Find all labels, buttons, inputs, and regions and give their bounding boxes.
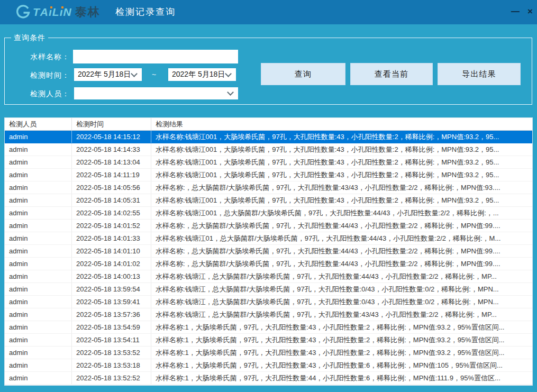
table-row[interactable]: admin 2022-05-18 14:11:19 水样名称:钱塘江001，大肠… <box>5 169 532 181</box>
close-button[interactable]: × <box>523 0 537 24</box>
cell-result: 水样名称:钱塘江001，大肠埃希氏菌，97孔，大孔阳性数量:43，小孔阳性数量:… <box>151 156 532 168</box>
chevron-down-icon <box>227 89 234 96</box>
table-row[interactable]: admin 2022-05-18 14:15:12 水样名称:钱塘江001，大肠… <box>5 131 532 143</box>
table-row[interactable]: admin 2022-05-18 13:54:59 水样名称:1，大肠埃希氏菌，… <box>5 321 532 334</box>
table-row[interactable]: admin 2022-05-18 14:14:33 水样名称:钱塘江001，大肠… <box>5 143 532 156</box>
table-row[interactable]: admin 2022-05-18 14:01:10 水样名称:，总大肠菌群/大肠… <box>5 245 532 258</box>
app-window: TAıLıN 泰林 检测记录查询 — × 查询条件 水样名称： 检测时间： 20… <box>0 0 537 392</box>
cell-person: admin <box>5 258 72 270</box>
table-row[interactable]: admin 2022-05-18 13:59:41 水样名称:钱塘江，总大肠菌群… <box>5 296 532 308</box>
cell-time: 2022-05-18 14:01:10 <box>72 245 151 257</box>
brand-name: TAıLıN <box>33 6 72 19</box>
cell-result: 水样名称:钱塘江001，大肠埃希氏菌，97孔，大孔阳性数量:43，小孔阳性数量:… <box>151 194 532 206</box>
cell-person: admin <box>5 245 72 257</box>
table-row[interactable]: admin 2022-05-18 14:01:33 水样名称:钱塘江01，总大肠… <box>5 232 532 245</box>
table-row[interactable]: admin 2022-05-18 14:01:02 水样名称:，总大肠菌群/大肠… <box>5 258 532 270</box>
cell-time: 2022-05-18 14:05:56 <box>72 181 151 194</box>
date-to-value: 2022年 5月18日 <box>172 70 225 79</box>
detect-person-label: 检测人员： <box>19 89 70 99</box>
cell-result: 水样名称:钱塘江001，大肠埃希氏菌，97孔，大孔阳性数量:43，小孔阳性数量:… <box>151 131 532 143</box>
cell-person: admin <box>5 308 72 321</box>
detect-person-combobox[interactable] <box>74 87 238 99</box>
cell-time: 2022-05-18 14:05:31 <box>72 194 151 206</box>
cell-person: admin <box>5 359 72 371</box>
table-row[interactable]: admin 2022-05-18 13:54:11 水样名称:1，大肠埃希氏菌，… <box>5 334 532 347</box>
cell-person: admin <box>5 232 72 244</box>
column-header-result[interactable]: 检测结果 <box>151 118 532 130</box>
cell-result: 水样名称:钱塘江，总大肠菌群/大肠埃希氏菌，97孔，大孔阳性数量:44/43，小… <box>151 270 532 282</box>
column-header-person[interactable]: 检测人员 <box>5 118 72 130</box>
cell-result: 水样名称:钱塘江，总大肠菌群/大肠埃希氏菌，97孔，大孔阳性数量:0/43，小孔… <box>151 296 532 308</box>
cell-result: 水样名称:1，大肠埃希氏菌，97孔，大孔阳性数量:43，小孔阳性数量:2，稀释比… <box>151 321 532 333</box>
cell-person: admin <box>5 143 72 156</box>
cell-time: 2022-05-18 14:13:04 <box>72 156 151 168</box>
cell-time: 2022-05-18 14:11:19 <box>72 169 151 181</box>
minimize-button[interactable]: — <box>508 0 522 24</box>
brand-cjk-text: 泰林 <box>75 4 101 20</box>
table-body: admin 2022-05-18 14:15:12 水样名称:钱塘江001，大肠… <box>5 131 532 385</box>
cell-time: 2022-05-18 13:53:52 <box>72 347 151 359</box>
cell-person: admin <box>5 207 72 219</box>
view-current-button[interactable]: 查看当前 <box>350 63 433 85</box>
query-conditions-legend: 查询条件 <box>11 33 48 43</box>
table-header: 检测人员 检测时间 检测结果 <box>5 118 532 131</box>
cell-person: admin <box>5 169 72 181</box>
cell-time: 2022-05-18 13:54:11 <box>72 334 151 346</box>
cell-result: 水样名称:1，大肠埃希氏菌，97孔，大孔阳性数量:44，小孔阳性数量:6，稀释比… <box>151 372 532 384</box>
cell-result: 水样名称:，总大肠菌群/大肠埃希氏菌，97孔，大孔阳性数量:44/43，小孔阳性… <box>151 220 532 232</box>
window-title: 检测记录查询 <box>115 0 176 24</box>
cell-time: 2022-05-18 14:00:13 <box>72 270 151 282</box>
cell-result: 水样名称:1，大肠埃希氏菌，97孔，大孔阳性数量:43，小孔阳性数量:2，稀释比… <box>151 347 532 359</box>
cell-person: admin <box>5 156 72 168</box>
table-row[interactable]: admin 2022-05-18 14:00:13 水样名称:钱塘江，总大肠菌群… <box>5 270 532 283</box>
cell-person: admin <box>5 334 72 346</box>
cell-time: 2022-05-18 14:01:02 <box>72 258 151 270</box>
cell-time: 2022-05-18 13:59:54 <box>72 283 151 295</box>
brand-logo: TAıLıN 泰林 <box>14 0 101 24</box>
table-row[interactable]: admin 2022-05-18 14:13:04 水样名称:钱塘江001，大肠… <box>5 156 532 169</box>
search-button[interactable]: 查询 <box>261 63 345 85</box>
cell-time: 2022-05-18 13:59:41 <box>72 296 151 308</box>
cell-time: 2022-05-18 13:52:52 <box>72 372 151 384</box>
cell-person: admin <box>5 296 72 308</box>
table-row[interactable]: admin 2022-05-18 13:52:52 水样名称:1，大肠埃希氏菌，… <box>5 372 532 385</box>
cell-result: 水样名称:钱塘江01，总大肠菌群/大肠埃希氏菌，97孔，大孔阳性数量:44/43… <box>151 232 532 244</box>
cell-result: 水样名称:，总大肠菌群/大肠埃希氏菌，97孔，大孔阳性数量:43/43，小孔阳性… <box>151 181 532 194</box>
table-row[interactable]: admin 2022-05-18 13:59:54 水样名称:钱塘江，总大肠菌群… <box>5 283 532 296</box>
cell-result: 水样名称:钱塘江001，大肠埃希氏菌，97孔，大孔阳性数量:43，小孔阳性数量:… <box>151 169 532 181</box>
table-row[interactable]: admin 2022-05-18 14:05:31 水样名称:钱塘江001，大肠… <box>5 194 532 207</box>
sample-name-label: 水样名称： <box>19 52 70 62</box>
titlebar: TAıLıN 泰林 检测记录查询 — × <box>0 0 537 24</box>
export-results-button[interactable]: 导出结果 <box>438 63 521 85</box>
cell-person: admin <box>5 321 72 333</box>
cell-person: admin <box>5 181 72 194</box>
table-row[interactable]: admin 2022-05-18 14:02:55 水样名称:钱塘江001，总大… <box>5 207 532 220</box>
table-row[interactable]: admin 2022-05-18 13:53:18 水样名称:1，大肠埃希氏菌，… <box>5 359 532 372</box>
cell-result: 水样名称:1，大肠埃希氏菌，97孔，大孔阳性数量:43，小孔阳性数量:2，稀释比… <box>151 334 532 346</box>
table-row[interactable]: admin 2022-05-18 14:05:56 水样名称:，总大肠菌群/大肠… <box>5 181 532 194</box>
cell-time: 2022-05-18 13:57:36 <box>72 308 151 321</box>
cell-person: admin <box>5 283 72 295</box>
sample-name-input[interactable] <box>73 50 238 63</box>
cell-result: 水样名称:，总大肠菌群/大肠埃希氏菌，97孔，大孔阳性数量:44/43，小孔阳性… <box>151 258 532 270</box>
tailin-logo-icon <box>14 4 33 21</box>
date-from-picker[interactable]: 2022年 5月18日 <box>74 68 142 81</box>
cell-person: admin <box>5 194 72 206</box>
cell-time: 2022-05-18 13:53:18 <box>72 359 151 371</box>
detect-time-label: 检测时间： <box>19 71 70 80</box>
results-table: 检测人员 检测时间 检测结果 admin 2022-05-18 14:15:12… <box>4 117 533 386</box>
cell-time: 2022-05-18 14:01:33 <box>72 232 151 244</box>
cell-person: admin <box>5 270 72 282</box>
table-row[interactable]: admin 2022-05-18 13:57:36 水样名称:钱塘江，总大肠菌群… <box>5 308 532 321</box>
cell-time: 2022-05-18 14:01:52 <box>72 220 151 232</box>
column-header-time[interactable]: 检测时间 <box>72 118 151 130</box>
cell-time: 2022-05-18 13:54:59 <box>72 321 151 333</box>
date-to-picker[interactable]: 2022年 5月18日 <box>168 68 236 81</box>
date-range-separator: ~ <box>149 68 159 81</box>
cell-person: admin <box>5 131 72 143</box>
cell-result: 水样名称:钱塘江，总大肠菌群/大肠埃希氏菌，97孔，大孔阳性数量:0/43，小孔… <box>151 283 532 295</box>
table-row[interactable]: admin 2022-05-18 14:01:52 水样名称:，总大肠菌群/大肠… <box>5 220 532 232</box>
cell-result: 水样名称:钱塘江，总大肠菌群/大肠埃希氏菌，97孔，大孔阳性数量:43/43，小… <box>151 308 532 321</box>
table-row[interactable]: admin 2022-05-18 13:53:52 水样名称:1，大肠埃希氏菌，… <box>5 347 532 359</box>
cell-person: admin <box>5 347 72 359</box>
